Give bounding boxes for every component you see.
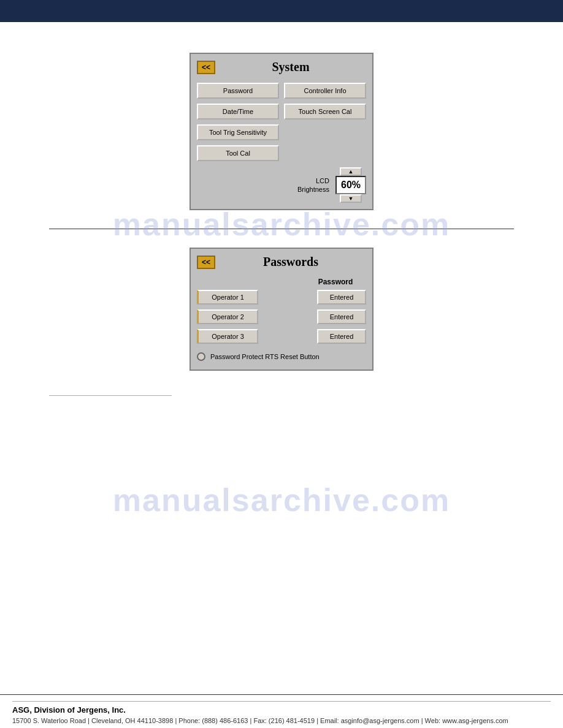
password-column-header: Password	[311, 278, 360, 286]
main-content: manualsarchive.com << System Password Co…	[0, 22, 563, 413]
operator-3-row: Operator 3 Entered	[197, 329, 366, 344]
operator-1-row: Operator 1 Entered	[197, 290, 366, 305]
operator-3-entered[interactable]: Entered	[317, 329, 366, 344]
header-bar	[0, 0, 563, 22]
brightness-label: LCDBrightness	[297, 176, 329, 194]
footer-line	[12, 701, 551, 702]
tool-cal-button[interactable]: Tool Cal	[197, 145, 279, 161]
touch-screen-cal-button[interactable]: Touch Screen Cal	[284, 104, 366, 119]
small-divider	[49, 395, 172, 396]
watermark-1: manualsarchive.com	[67, 206, 496, 243]
tool-trig-sensitivity-button[interactable]: Tool Trig Sensitivity	[197, 124, 279, 140]
pw-protect-row: Password Protect RTS Reset Button	[197, 350, 366, 363]
operator-2-row: Operator 2 Entered	[197, 309, 366, 324]
footer-company-name: ASG, Division of Jergens, Inc.	[12, 705, 551, 715]
operator-2-entered[interactable]: Entered	[317, 309, 366, 324]
brightness-control: ▲ 60% ▼	[335, 167, 366, 203]
brightness-up-button[interactable]: ▲	[340, 167, 362, 176]
controller-info-button[interactable]: Controller Info	[284, 83, 366, 99]
footer-address: 15700 S. Waterloo Road | Cleveland, OH 4…	[12, 717, 551, 724]
system-back-button[interactable]: <<	[197, 61, 215, 74]
operator-1-button[interactable]: Operator 1	[197, 290, 258, 305]
watermark-2: manualsarchive.com	[67, 482, 496, 518]
brightness-value: 60%	[335, 176, 366, 194]
operator-2-button[interactable]: Operator 2	[197, 309, 258, 324]
system-panel: << System Password Controller Info Date/…	[190, 53, 373, 210]
brightness-row: LCDBrightness ▲ 60% ▼	[197, 167, 366, 203]
pw-protect-radio[interactable]	[197, 352, 205, 361]
passwords-title-row: << Passwords	[197, 255, 366, 269]
brightness-down-button[interactable]: ▼	[340, 194, 362, 203]
operator-1-entered[interactable]: Entered	[317, 290, 366, 305]
system-button-grid: Password Controller Info Date/Time Touch…	[197, 83, 366, 161]
operator-3-button[interactable]: Operator 3	[197, 329, 258, 344]
passwords-grid: Password Operator 1 Entered Operator 2 E…	[197, 278, 366, 363]
footer: ASG, Division of Jergens, Inc. 15700 S. …	[0, 694, 563, 728]
password-button[interactable]: Password	[197, 83, 279, 99]
passwords-back-button[interactable]: <<	[197, 256, 215, 269]
passwords-panel: << Passwords Password Operator 1 Entered…	[190, 248, 373, 371]
date-time-button[interactable]: Date/Time	[197, 104, 279, 119]
pw-protect-label: Password Protect RTS Reset Button	[210, 353, 320, 360]
system-title-row: << System	[197, 60, 366, 74]
system-panel-title: System	[215, 60, 366, 74]
passwords-header-row: Password	[197, 278, 366, 286]
section-divider	[49, 229, 514, 229]
passwords-panel-title: Passwords	[215, 255, 366, 269]
